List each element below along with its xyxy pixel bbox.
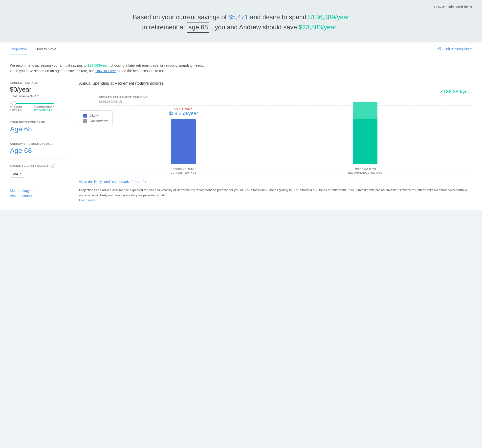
desired-spending-row: $136,389/year DESIRED RETIREMENT SPENDIN… xyxy=(79,96,472,105)
bar1-label-top: OFF TRACK $59,268/year xyxy=(169,107,198,116)
header-banner: How we calculated this ▾ Based on your c… xyxy=(0,0,482,42)
desired-amount-display: $136,389/year xyxy=(440,89,472,95)
savings-amount-link[interactable]: $5,471 xyxy=(228,13,248,21)
social-security-label: SOCIAL SECURITY BENEFIT xyxy=(10,164,50,167)
social-security-section: SOCIAL SECURITY BENEFIT ? 3/4 ▾ xyxy=(10,164,69,179)
chart-container: $136,389/year DESIRED RETIREMENT SPENDIN… xyxy=(79,91,472,175)
how-calculated-text: How we calculated this xyxy=(434,5,469,9)
likely-swatch xyxy=(83,114,87,118)
bar2-wrapper xyxy=(353,102,377,164)
social-security-dropdown[interactable]: 3/4 ▾ xyxy=(10,170,24,178)
rec-amount: $23,583/year xyxy=(88,63,108,67)
your-retirement-age-section: YOUR RETIREMENT AGE Age 68 xyxy=(10,121,69,133)
current-savings-value: $0/year xyxy=(10,86,69,93)
main-content: Projection How to Save ⚙ Edit Assumption… xyxy=(0,42,482,210)
total-balance: Total Balance $5,471 xyxy=(10,94,69,98)
off-track-label: OFF TRACK xyxy=(169,107,198,111)
content-area: We recommend increasing your annual savi… xyxy=(0,55,482,210)
legend-box: Likely Conservative xyxy=(79,110,113,131)
andrew-retirement-label: ANDREW'S RETIREMENT AGE xyxy=(10,142,69,145)
edit-assumptions-label: Edit Assumptions xyxy=(444,47,472,51)
tab-projection[interactable]: Projection xyxy=(10,42,27,55)
how-to-save-link[interactable]: How To Save xyxy=(95,69,116,73)
chevron-down-icon: ▾ xyxy=(470,5,472,9)
current-savings-label: CURRENT SAVINGS xyxy=(10,81,69,84)
divider-2 xyxy=(10,138,69,138)
recommendation-text: We recommend increasing your annual savi… xyxy=(10,63,472,74)
edit-assumptions-button[interactable]: ⚙ Edit Assumptions xyxy=(438,46,472,52)
sliders-icon: ⚙ xyxy=(438,46,442,52)
bar2-conservative xyxy=(353,119,377,164)
tabs-bar: Projection How to Save ⚙ Edit Assumption… xyxy=(0,42,482,55)
tab-how-to-save[interactable]: How to Save xyxy=(35,42,57,55)
retirement-age-label: YOUR RETIREMENT AGE xyxy=(10,121,69,124)
divider-1 xyxy=(10,117,69,117)
conservative-swatch xyxy=(83,119,87,123)
desired-spending-label: DESIRED RETIREMENT SPENDING xyxy=(99,96,472,99)
spend-amount-link[interactable]: $136,389/year xyxy=(308,13,349,21)
slider-recommended-label: RECOMMENDED $23,583/YEAR xyxy=(34,106,54,112)
save-amount-display: $23,583/year xyxy=(299,23,336,31)
what-does-link[interactable]: What do "likely" and "conservative" mean… xyxy=(79,180,472,184)
bar2-bottom-label: SPENDING WITH RECOMMENDED SAVINGS xyxy=(348,168,382,175)
bar1-bottom-label: SPENDING WITH CURRENT SAVINGS xyxy=(171,168,196,175)
header-summary-text: Based on your current savings of $5,471 … xyxy=(130,12,352,33)
bar2-likely-top xyxy=(353,102,377,119)
savings-slider-fill xyxy=(14,103,54,104)
current-savings-section: CURRENT SAVINGS $0/year Total Balance $5… xyxy=(10,81,69,112)
bottom-section: What do "likely" and "conservative" mean… xyxy=(79,180,472,203)
learn-more-link[interactable]: Learn more › xyxy=(79,198,97,202)
methodology-link[interactable]: Methodology and Assumptions > xyxy=(10,188,69,199)
left-column: CURRENT SAVINGS $0/year Total Balance $5… xyxy=(10,81,69,203)
chart-title: Annual Spending at Retirement (today's d… xyxy=(79,81,472,86)
right-column: Annual Spending at Retirement (today's d… xyxy=(79,81,472,203)
divider-3 xyxy=(10,160,69,160)
slider-labels: CURRENT $0/YEAR RECOMMENDED $23,583/YEAR xyxy=(10,106,54,112)
slider-current-label: CURRENT $0/YEAR xyxy=(10,106,22,112)
savings-slider-track[interactable] xyxy=(10,103,54,104)
legend-conservative-label: Conservative xyxy=(90,119,109,123)
desired-amount-label: $136,389/YEAR xyxy=(99,100,472,103)
bar-recommended-savings: SPENDING WITH RECOMMENDED SAVINGS xyxy=(348,99,382,175)
dropdown-chevron-icon: ▾ xyxy=(20,172,21,175)
divider-4 xyxy=(10,184,69,184)
andrew-retirement-age-section: ANDREW'S RETIREMENT AGE Age 68 xyxy=(10,142,69,155)
projection-note: Projections and advice assume the expect… xyxy=(79,188,472,203)
bar1-wrapper xyxy=(171,119,196,164)
bar1-value: $59,268/year xyxy=(169,111,198,116)
andrew-retirement-value: Age 68 xyxy=(10,147,69,155)
social-security-value: 3/4 xyxy=(13,172,18,176)
two-col-layout: CURRENT SAVINGS $0/year Total Balance $5… xyxy=(10,81,472,203)
savings-slider-thumb[interactable] xyxy=(12,101,16,105)
bar-current-savings: OFF TRACK $59,268/year SPENDING WITH CUR… xyxy=(169,107,198,175)
tabs-left: Projection How to Save xyxy=(10,42,57,55)
social-security-help-icon[interactable]: ? xyxy=(51,164,55,168)
bar1-likely xyxy=(171,119,196,164)
how-calculated-link[interactable]: How we calculated this ▾ xyxy=(434,5,472,9)
legend-likely: Likely xyxy=(83,114,109,118)
retirement-age-value: Age 68 xyxy=(10,125,69,133)
legend-conservative: Conservative xyxy=(83,119,109,123)
retirement-age-highlight: age 68 xyxy=(187,22,210,33)
bars-area: Likely Conservative OFF TR xyxy=(79,105,472,175)
legend-likely-label: Likely xyxy=(90,114,98,117)
